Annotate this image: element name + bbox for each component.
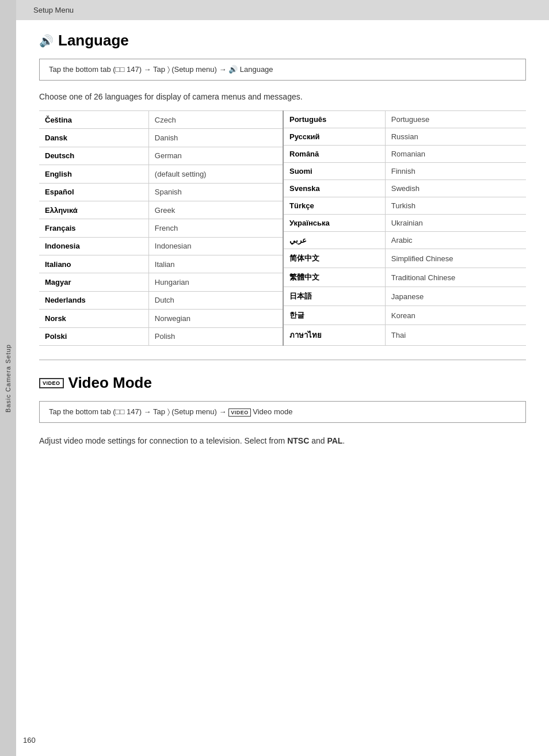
- language-right-table: Português Portuguese Русский Russian Rom…: [283, 110, 526, 346]
- native-language: Українська: [283, 215, 385, 232]
- language-instruction-text: Tap the bottom tab (□□ 147) → Tap 〉 (Set…: [49, 65, 273, 74]
- language-section: 🔊 Language Tap the bottom tab (□□ 147) →…: [39, 32, 526, 346]
- table-row: Dansk Danish: [39, 129, 283, 147]
- english-translation: Czech: [148, 111, 283, 129]
- table-row: Magyar Hungarian: [39, 273, 283, 291]
- table-row: Indonesia Indonesian: [39, 237, 283, 255]
- page-number: 160: [23, 736, 36, 744]
- table-row: Ελληνικά Greek: [39, 201, 283, 219]
- table-row: ภาษาไทย Thai: [283, 325, 526, 346]
- english-translation: Italian: [148, 255, 283, 273]
- table-row: Nederlands Dutch: [39, 291, 283, 309]
- english-translation: Ukrainian: [385, 215, 526, 232]
- side-tab: Basic Camera Setup: [0, 0, 16, 756]
- native-language: Norsk: [39, 310, 148, 327]
- native-language: Español: [39, 183, 148, 201]
- english-translation: Russian: [385, 128, 526, 146]
- native-language: Italiano: [39, 255, 148, 273]
- native-language: 한글: [283, 306, 385, 325]
- page-wrapper: Basic Camera Setup Setup Menu 🔊 Language…: [0, 0, 549, 756]
- native-language: English: [39, 165, 148, 183]
- table-row: Italiano Italian: [39, 255, 283, 273]
- english-translation: Polish: [148, 327, 283, 346]
- english-translation: Traditional Chinese: [385, 268, 526, 287]
- native-language: Magyar: [39, 273, 148, 291]
- table-row: Українська Ukrainian: [283, 215, 526, 232]
- english-translation: Hungarian: [148, 273, 283, 291]
- native-language: Dansk: [39, 129, 148, 147]
- native-language: Polski: [39, 327, 148, 346]
- video-description: Adjust video mode settings for connectio…: [39, 434, 526, 447]
- english-translation: Simplified Chinese: [385, 249, 526, 268]
- native-language: 繁體中文: [283, 268, 385, 287]
- table-row: Polski Polish: [39, 327, 283, 346]
- native-language: Ελληνικά: [39, 201, 148, 219]
- language-title-text: Language: [58, 32, 129, 49]
- language-section-title: 🔊 Language: [39, 32, 526, 49]
- english-translation: Indonesian: [148, 237, 283, 255]
- native-language: عربي: [283, 232, 385, 249]
- table-row: 한글 Korean: [283, 306, 526, 325]
- table-row: Svenska Swedish: [283, 180, 526, 197]
- table-row: Čeština Czech: [39, 111, 283, 129]
- english-translation: Thai: [385, 325, 526, 346]
- table-row: Русский Russian: [283, 128, 526, 146]
- native-language: Português: [283, 111, 385, 128]
- english-translation: Spanish: [148, 183, 283, 201]
- table-row: Norsk Norwegian: [39, 310, 283, 327]
- header-title: Setup Menu: [33, 6, 74, 14]
- table-row: Français French: [39, 219, 283, 237]
- video-instruction-box: Tap the bottom tab (□□ 147) → Tap 〉 (Set…: [39, 401, 526, 423]
- english-translation: Greek: [148, 201, 283, 219]
- content-area: 🔊 Language Tap the bottom tab (□□ 147) →…: [16, 20, 549, 459]
- english-translation: Turkish: [385, 197, 526, 215]
- english-translation: Korean: [385, 306, 526, 325]
- table-row: Português Portuguese: [283, 111, 526, 128]
- table-row: Română Romanian: [283, 146, 526, 163]
- table-row: 日本語 Japanese: [283, 287, 526, 306]
- english-translation: German: [148, 147, 283, 165]
- english-translation: Japanese: [385, 287, 526, 306]
- header-bar: Setup Menu: [16, 0, 549, 20]
- native-language: Türkçe: [283, 197, 385, 215]
- main-content: Setup Menu 🔊 Language Tap the bottom tab…: [16, 0, 549, 756]
- video-section: VIDEO Video Mode Tap the bottom tab (□□ …: [39, 374, 526, 447]
- english-translation: Dutch: [148, 291, 283, 309]
- table-row: English (default setting): [39, 165, 283, 183]
- table-row: Türkçe Turkish: [283, 197, 526, 215]
- table-row: 简体中文 Simplified Chinese: [283, 249, 526, 268]
- table-row: Español Spanish: [39, 183, 283, 201]
- native-language: Français: [39, 219, 148, 237]
- language-instruction-box: Tap the bottom tab (□□ 147) → Tap 〉 (Set…: [39, 59, 526, 81]
- native-language: Indonesia: [39, 237, 148, 255]
- table-row: 繁體中文 Traditional Chinese: [283, 268, 526, 287]
- language-icon: 🔊: [39, 34, 54, 48]
- video-icon: VIDEO: [39, 378, 64, 388]
- native-language: ภาษาไทย: [283, 325, 385, 346]
- native-language: Suomi: [283, 163, 385, 180]
- side-tab-label: Basic Camera Setup: [5, 344, 12, 413]
- video-title-text: Video Mode: [68, 374, 152, 392]
- native-language: Nederlands: [39, 291, 148, 309]
- english-translation: Danish: [148, 129, 283, 147]
- english-translation: Romanian: [385, 146, 526, 163]
- table-row: عربي Arabic: [283, 232, 526, 249]
- english-translation: French: [148, 219, 283, 237]
- native-language: Română: [283, 146, 385, 163]
- native-language: Svenska: [283, 180, 385, 197]
- table-row: Deutsch German: [39, 147, 283, 165]
- english-translation: Arabic: [385, 232, 526, 249]
- native-language: 简体中文: [283, 249, 385, 268]
- video-section-title: VIDEO Video Mode: [39, 374, 526, 392]
- language-tables: Čeština Czech Dansk Danish Deutsch Germa…: [39, 110, 526, 346]
- language-left-table: Čeština Czech Dansk Danish Deutsch Germa…: [39, 110, 283, 346]
- english-translation: Finnish: [385, 163, 526, 180]
- english-translation: Norwegian: [148, 310, 283, 327]
- native-language: 日本語: [283, 287, 385, 306]
- language-description: Choose one of 26 languages for display o…: [39, 92, 526, 101]
- video-instruction-text: Tap the bottom tab (□□ 147) → Tap 〉 (Set…: [49, 407, 292, 416]
- section-divider: [39, 360, 526, 360]
- native-language: Русский: [283, 128, 385, 146]
- english-translation: Swedish: [385, 180, 526, 197]
- english-translation: Portuguese: [385, 111, 526, 128]
